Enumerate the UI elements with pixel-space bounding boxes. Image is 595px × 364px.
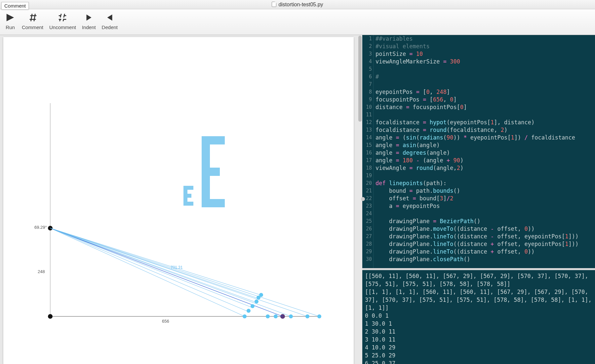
svg-point-18 <box>247 309 251 313</box>
svg-point-27 <box>317 314 321 318</box>
run-button[interactable]: Run <box>5 12 16 30</box>
svg-line-14 <box>50 228 291 316</box>
svg-point-26 <box>305 314 309 318</box>
svg-marker-1 <box>107 15 112 21</box>
x-axis-label: 656 <box>162 319 169 324</box>
svg-line-10 <box>50 228 252 307</box>
svg-rect-34 <box>183 194 191 198</box>
indent-icon <box>83 12 95 23</box>
svg-line-13 <box>50 228 260 295</box>
dedent-icon <box>104 12 115 23</box>
svg-point-23 <box>266 314 270 318</box>
svg-point-25 <box>289 314 293 318</box>
svg-point-24 <box>274 314 278 318</box>
console-output[interactable]: [[560, 11], [560, 11], [567, 29], [567, … <box>362 268 595 364</box>
right-pane: 1234567891011121314151617181920212223242… <box>362 35 595 364</box>
toolbar-label: Run <box>6 24 15 30</box>
svg-line-11 <box>50 228 256 302</box>
toolbar-label: Uncomment <box>49 24 76 30</box>
file-icon <box>272 2 276 7</box>
drawing-svg <box>3 37 354 364</box>
vertical-splitter[interactable] <box>361 197 365 201</box>
svg-rect-33 <box>183 186 193 190</box>
toolbar-label: Indent <box>82 24 96 30</box>
window-title-text: distortion-test05.py <box>278 2 323 7</box>
hash-broken-icon <box>57 12 68 23</box>
code-editor[interactable]: 1234567891011121314151617181920212223242… <box>362 35 595 268</box>
svg-point-17 <box>243 314 247 318</box>
svg-marker-0 <box>86 15 91 21</box>
uncomment-button[interactable]: Uncomment <box>49 12 76 30</box>
y-axis-label: 248 <box>38 269 45 274</box>
indent-button[interactable]: Indent <box>82 12 96 30</box>
svg-line-9 <box>50 228 248 311</box>
focal-label: 701.31 <box>171 265 183 270</box>
canvas-pane: 69.29° 248 656 701.31 <box>0 35 362 364</box>
comment-button[interactable]: Comment <box>22 12 43 30</box>
toolbar-label: Comment <box>22 24 43 30</box>
svg-line-7 <box>50 228 283 316</box>
main-split: 69.29° 248 656 701.31 123456789101112131… <box>0 35 595 364</box>
svg-rect-30 <box>202 168 220 176</box>
hash-icon <box>27 12 38 23</box>
svg-rect-35 <box>183 202 193 206</box>
svg-point-19 <box>251 304 255 308</box>
svg-line-8 <box>50 228 245 316</box>
play-icon <box>5 12 16 23</box>
svg-point-22 <box>259 293 263 297</box>
svg-line-15 <box>50 228 307 316</box>
svg-point-5 <box>48 314 53 319</box>
line-gutter: 1234567891011121314151617181920212223242… <box>362 35 374 268</box>
window-title: distortion-test05.py <box>0 2 595 8</box>
svg-line-16 <box>50 228 319 316</box>
svg-point-20 <box>255 300 258 303</box>
angle-label: 69.29° <box>34 225 47 230</box>
window-titlebar: distortion-test05.py <box>0 0 595 9</box>
svg-rect-29 <box>202 136 225 144</box>
tooltip: Comment <box>1 2 29 10</box>
drawing-canvas[interactable]: 69.29° 248 656 701.31 <box>3 37 354 364</box>
toolbar: Run Comment Uncomment Indent Dedent <box>0 9 595 35</box>
dedent-button[interactable]: Dedent <box>102 12 118 30</box>
toolbar-label: Dedent <box>102 24 118 30</box>
svg-rect-31 <box>202 199 225 207</box>
